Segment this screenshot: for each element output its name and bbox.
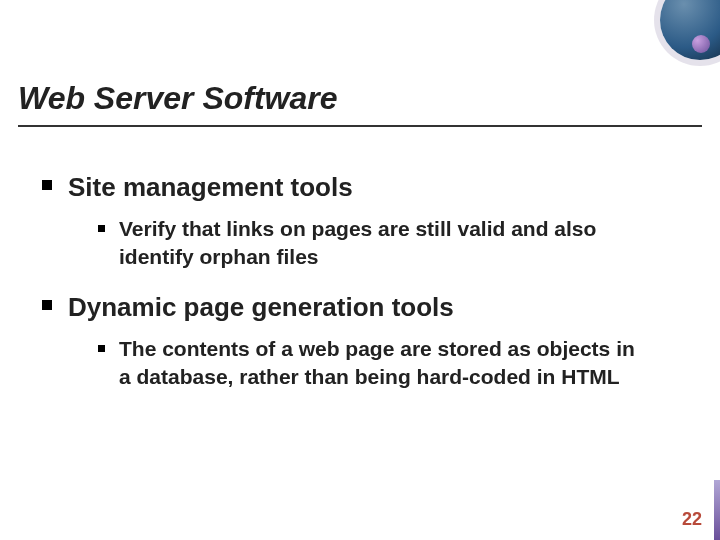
page-number: 22 — [682, 509, 702, 530]
square-bullet-icon — [42, 180, 52, 190]
bullet-text: Site management tools — [68, 170, 353, 205]
bullet-level1: Site management tools — [42, 170, 678, 205]
corner-strip-decoration — [714, 480, 720, 540]
bullet-level2: Verify that links on pages are still val… — [98, 215, 678, 272]
title-underline — [18, 125, 702, 127]
corner-sphere-decoration — [660, 0, 720, 60]
title-area: Web Server Software — [18, 80, 702, 127]
square-bullet-icon — [42, 300, 52, 310]
bullet-text: Verify that links on pages are still val… — [119, 215, 639, 272]
square-bullet-icon — [98, 345, 105, 352]
bullet-level1: Dynamic page generation tools — [42, 290, 678, 325]
slide-title: Web Server Software — [18, 80, 702, 125]
bullet-text: The contents of a web page are stored as… — [119, 335, 639, 392]
bullet-level2: The contents of a web page are stored as… — [98, 335, 678, 392]
bullet-text: Dynamic page generation tools — [68, 290, 454, 325]
square-bullet-icon — [98, 225, 105, 232]
content-area: Site management tools Verify that links … — [42, 170, 678, 410]
